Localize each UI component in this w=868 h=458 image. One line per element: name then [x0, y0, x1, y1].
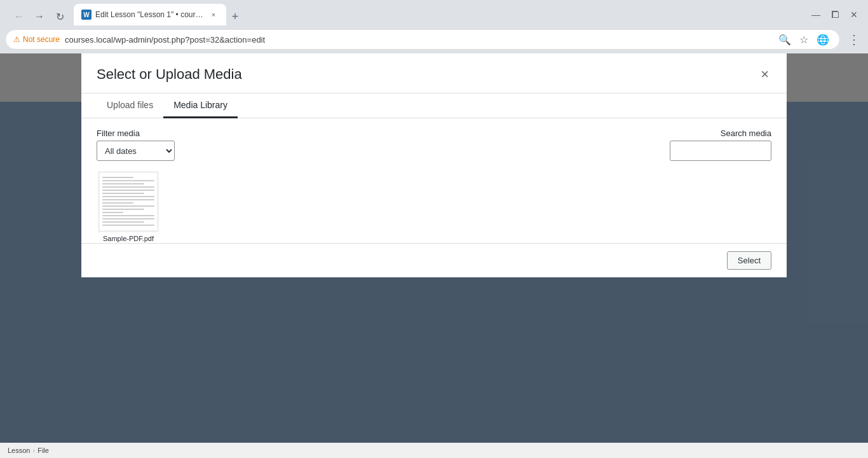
bookmark-icon[interactable]: ☆ [795, 31, 813, 48]
pdf-preview [100, 173, 157, 230]
pdf-line-7 [102, 196, 154, 197]
pdf-line-10 [102, 205, 154, 207]
filter-dates-select[interactable]: All datesJanuary 2024February 2024 [97, 141, 175, 161]
filter-label: Filter media [97, 128, 175, 138]
media-grid: Sample-PDF.pdf [97, 171, 771, 242]
address-bar-icons: 🔍 ☆ 🌐 [776, 31, 832, 48]
search-label: Search media [721, 128, 771, 138]
warning-icon: ⚠ [13, 35, 20, 44]
pdf-line-16 [102, 225, 154, 226]
breadcrumb-separator: › [32, 447, 35, 454]
close-window-button[interactable]: ✕ [845, 6, 863, 24]
modal-title: Select or Upload Media [97, 66, 242, 83]
browser-chrome: ← → ↻ W Edit Lesson "Lesson 1" • course.… [0, 0, 868, 53]
address-bar[interactable]: ⚠ Not secure courses.local/wp-admin/post… [5, 29, 840, 50]
search-input[interactable] [670, 141, 771, 161]
pdf-line-3 [102, 183, 144, 184]
extension-icon[interactable]: 🌐 [814, 31, 832, 48]
browser-menu-button[interactable]: ⋮ [845, 31, 863, 48]
modal-footer: Select [81, 243, 787, 277]
breadcrumb-item-lesson: Lesson [8, 447, 30, 454]
new-tab-button[interactable]: + [226, 8, 244, 25]
search-group: Search media [670, 128, 771, 161]
minimize-button[interactable]: — [807, 6, 825, 24]
back-button[interactable]: ← [10, 8, 28, 25]
pdf-line-12 [102, 212, 123, 213]
forward-button[interactable]: → [31, 8, 48, 25]
pdf-line-8 [102, 199, 154, 200]
breadcrumb-item-file: File [37, 447, 49, 454]
pdf-line-15 [102, 221, 144, 223]
breadcrumb: Lesson › File [8, 447, 49, 454]
media-item-name: Sample-PDF.pdf [103, 235, 154, 242]
filter-group: Filter media All datesJanuary 2024Februa… [97, 128, 175, 161]
url-text: courses.local/wp-admin/post.php?post=32&… [65, 35, 265, 45]
maximize-button[interactable]: ⧠ [826, 6, 844, 24]
status-bar: Lesson › File [0, 443, 868, 458]
pdf-line-9 [102, 202, 133, 204]
address-bar-row: ⚠ Not secure courses.local/wp-admin/post… [0, 25, 868, 53]
pdf-line-13 [102, 215, 154, 216]
pdf-line-14 [102, 218, 154, 219]
media-thumbnail-pdf [98, 171, 159, 232]
media-modal: Select or Upload Media × Upload files Me… [81, 53, 787, 277]
pdf-line-6 [102, 193, 144, 194]
pdf-line-11 [102, 209, 144, 210]
not-secure-indicator: ⚠ Not secure [13, 35, 60, 44]
browser-nav-controls: ← → ↻ [10, 8, 69, 25]
pdf-line-5 [102, 190, 154, 191]
pdf-line-1 [102, 177, 133, 178]
pdf-line-2 [102, 180, 154, 181]
tab-media-library[interactable]: Media Library [163, 94, 238, 118]
modal-header: Select or Upload Media × [81, 53, 787, 94]
modal-close-button[interactable]: × [758, 65, 771, 84]
modal-overlay: Select or Upload Media × Upload files Me… [0, 53, 868, 458]
search-address-icon[interactable]: 🔍 [776, 31, 794, 48]
window-controls: — ⧠ ✕ [807, 6, 863, 24]
browser-tab[interactable]: W Edit Lesson "Lesson 1" • course... × [74, 4, 226, 25]
tab-title: Edit Lesson "Lesson 1" • course... [95, 10, 205, 19]
media-item-pdf[interactable]: Sample-PDF.pdf [97, 171, 160, 242]
refresh-button[interactable]: ↻ [51, 8, 69, 25]
pdf-line-4 [102, 186, 154, 188]
select-button[interactable]: Select [727, 251, 771, 270]
tab-favicon: W [81, 10, 92, 20]
tab-close-button[interactable]: × [208, 10, 219, 20]
tab-upload-files[interactable]: Upload files [97, 94, 163, 118]
modal-tabs: Upload files Media Library [81, 94, 787, 118]
filter-row: Filter media All datesJanuary 2024Februa… [97, 128, 771, 161]
